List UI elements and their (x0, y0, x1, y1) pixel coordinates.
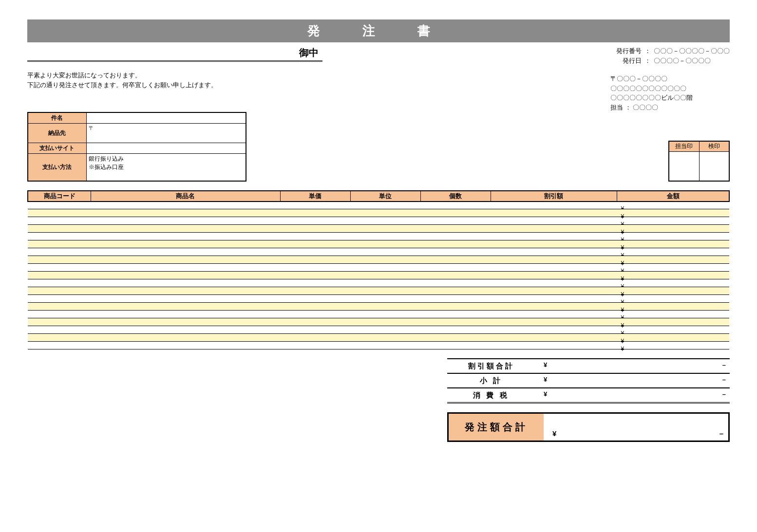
yen-symbol: ¥ (552, 429, 556, 438)
dash-symbol: – (722, 390, 726, 398)
item-cell (350, 318, 420, 326)
item-cell (91, 240, 281, 248)
item-cell (491, 233, 617, 240)
item-cell (280, 248, 350, 256)
stamp-seal1-box (669, 152, 699, 181)
item-cell (28, 225, 91, 233)
item-cell (28, 295, 91, 303)
item-cell (280, 318, 350, 326)
item-cell: ¥– (617, 240, 729, 248)
subject-value (86, 112, 246, 124)
item-cell: ¥– (617, 248, 729, 256)
col-header-amount: 金額 (617, 191, 729, 202)
item-row: ¥– (28, 287, 729, 295)
item-cell (420, 311, 491, 318)
item-cell (91, 295, 281, 303)
item-cell (350, 311, 420, 318)
greeting-text: 平素より大変お世話になっております。 下記の通り発注させて頂きます。何卒宜しくお… (27, 71, 322, 90)
item-cell (280, 279, 350, 287)
item-cell (350, 233, 420, 240)
item-cell (491, 248, 617, 256)
col-header-code: 商品コード (28, 191, 91, 202)
summary-subtotal-label: 小 計 (447, 376, 535, 385)
item-cell (491, 326, 617, 334)
item-cell: ¥– (617, 326, 729, 334)
item-cell (350, 342, 420, 349)
stamp-seal2-box (699, 152, 729, 181)
payment-method-label: 支払い方法 (28, 154, 86, 181)
item-cell (491, 279, 617, 287)
item-cell (91, 256, 281, 264)
item-cell (280, 256, 350, 264)
item-cell (420, 240, 491, 248)
item-cell (350, 248, 420, 256)
item-cell (350, 334, 420, 342)
item-cell (420, 233, 491, 240)
payment-method-value: 銀行振り込み ※振込み口座 (86, 154, 246, 181)
item-cell (420, 295, 491, 303)
item-cell (280, 225, 350, 233)
item-cell (420, 264, 491, 272)
item-row: ¥– (28, 209, 729, 217)
col-header-qty: 個数 (420, 191, 491, 202)
item-cell (91, 342, 281, 349)
item-cell (350, 225, 420, 233)
item-cell (91, 225, 281, 233)
item-cell (28, 334, 91, 342)
item-cell (91, 233, 281, 240)
item-cell: ¥– (617, 202, 729, 209)
yen-symbol: ¥ (544, 361, 547, 368)
item-cell (491, 303, 617, 311)
item-cell: ¥– (617, 256, 729, 264)
item-cell (280, 233, 350, 240)
item-row: ¥– (28, 303, 729, 311)
summary-discount-row: 割引額合計 ¥ – (447, 358, 730, 374)
line-items-table: 商品コード 商品名 単価 単位 個数 割引額 金額 ¥–¥–¥–¥–¥–¥–¥–… (27, 190, 730, 350)
issue-number-value: 〇〇〇－〇〇〇〇－〇〇〇 (654, 46, 730, 56)
item-cell (28, 287, 91, 295)
item-row: ¥– (28, 240, 729, 248)
item-cell (491, 295, 617, 303)
sender-contact-label: 担当 ： (610, 104, 631, 111)
item-cell (28, 256, 91, 264)
col-header-discount: 割引額 (491, 191, 617, 202)
item-cell (280, 217, 350, 225)
colon: ： (642, 56, 654, 66)
item-cell (420, 209, 491, 217)
item-cell (28, 233, 91, 240)
item-cell (28, 202, 91, 209)
payment-site-value (86, 143, 246, 154)
item-cell (350, 326, 420, 334)
item-cell (91, 303, 281, 311)
item-cell (280, 342, 350, 349)
item-row: ¥– (28, 326, 729, 334)
issue-date-value: 〇〇〇〇－〇〇〇〇 (654, 56, 711, 66)
item-cell (350, 256, 420, 264)
item-cell (491, 342, 617, 349)
item-cell (420, 303, 491, 311)
item-cell (28, 264, 91, 272)
issue-number-label: 発行番号 (610, 46, 642, 56)
item-cell (491, 217, 617, 225)
col-header-name: 商品名 (91, 191, 281, 202)
item-cell: ¥– (617, 279, 729, 287)
item-cell: ¥– (617, 334, 729, 342)
delivery-label: 納品先 (28, 124, 86, 143)
order-info-table: 件名 納品先 〒 支払いサイト 支払い方法 銀行振り込み ※振込み口座 (27, 112, 246, 182)
item-row: ¥– (28, 318, 729, 326)
item-cell: ¥– (617, 303, 729, 311)
item-cell (491, 334, 617, 342)
item-cell: ¥– (617, 225, 729, 233)
item-cell (280, 287, 350, 295)
item-cell (491, 240, 617, 248)
item-cell: ¥– (617, 311, 729, 318)
item-cell (28, 303, 91, 311)
sender-postal: 〒〇〇〇－〇〇〇〇 (610, 74, 730, 84)
yen-symbol: ¥ (544, 376, 547, 383)
item-cell (350, 217, 420, 225)
item-cell (280, 202, 350, 209)
item-cell (420, 256, 491, 264)
item-cell (420, 326, 491, 334)
item-row: ¥– (28, 217, 729, 225)
summary-tax-label: 消 費 税 (447, 391, 535, 400)
